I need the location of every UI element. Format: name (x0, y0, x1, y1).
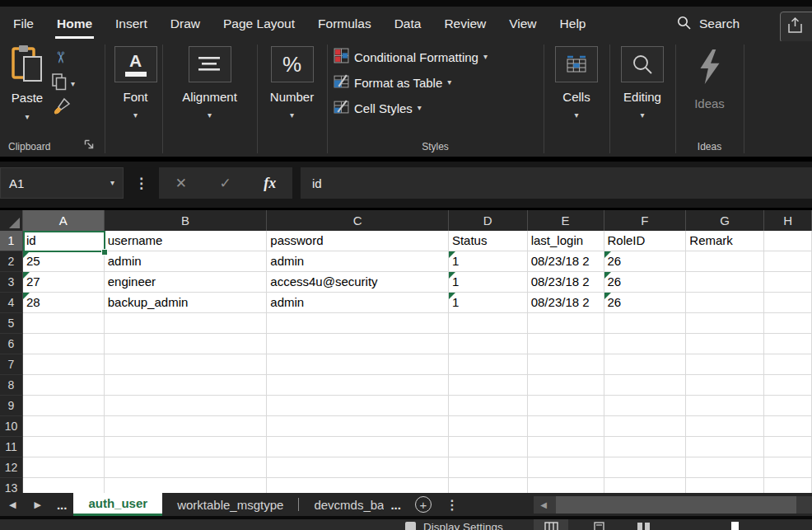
cell-E4[interactable]: 08/23/18 2 (528, 293, 604, 313)
cell-C9[interactable] (267, 396, 449, 416)
cell-D8[interactable] (449, 375, 528, 396)
row-header-9[interactable]: 9 (0, 396, 23, 416)
cell-A7[interactable] (23, 354, 105, 375)
cell-H9[interactable] (764, 396, 812, 416)
cell-G4[interactable] (686, 293, 764, 313)
alignment-dropdown-caret-icon[interactable]: ▾ (208, 111, 212, 120)
view-page-break-icon[interactable] (626, 519, 660, 530)
column-header-D[interactable]: D (449, 210, 528, 231)
cell-C4[interactable]: admin (267, 293, 449, 313)
cell-E8[interactable] (528, 375, 604, 396)
cell-G8[interactable] (686, 375, 764, 396)
row-header-7[interactable]: 7 (0, 354, 23, 375)
cell-G3[interactable] (686, 272, 764, 293)
cell-E3[interactable]: 08/23/18 2 (528, 272, 604, 293)
cell-F11[interactable] (604, 437, 687, 457)
select-all-corner[interactable] (0, 210, 23, 231)
horizontal-scrollbar[interactable]: ◀ (534, 496, 812, 514)
row-header-12[interactable]: 12 (0, 457, 23, 478)
cell-H7[interactable] (764, 354, 812, 375)
cell-C3[interactable]: access4u@security (267, 272, 449, 293)
cell-G7[interactable] (686, 354, 764, 375)
cell-D2[interactable]: 1 (449, 251, 528, 272)
sheet-tab-devcmds[interactable]: devcmds_ba (299, 493, 384, 516)
cell-G6[interactable] (686, 334, 764, 354)
cell-H5[interactable] (764, 313, 812, 334)
cell-D12[interactable] (449, 457, 528, 478)
menu-home[interactable]: Home (45, 7, 104, 41)
cell-A9[interactable] (23, 396, 105, 416)
column-header-B[interactable]: B (105, 210, 268, 231)
conditional-formatting-button[interactable]: Conditional Formatting ▾ (334, 48, 488, 66)
cell-C10[interactable] (267, 416, 449, 437)
cell-E7[interactable] (528, 354, 604, 375)
cell-D11[interactable] (449, 437, 528, 457)
cell-H10[interactable] (764, 416, 812, 437)
cell-B3[interactable]: engineer (105, 272, 268, 293)
cell-D1[interactable]: Status (449, 231, 528, 251)
cell-F4[interactable]: 26 (604, 293, 687, 313)
cell-styles-button[interactable]: Cell Styles ▾ (334, 99, 422, 117)
cell-H12[interactable] (764, 457, 812, 478)
sheet-nav-right-icon[interactable]: ▶ (25, 493, 49, 516)
cell-D10[interactable] (449, 416, 528, 437)
row-header-2[interactable]: 2 (0, 251, 23, 272)
cell-F5[interactable] (604, 313, 687, 334)
cell-H3[interactable] (764, 272, 812, 293)
row-header-6[interactable]: 6 (0, 334, 23, 354)
sheet-tabs-overflow-right[interactable]: ... (384, 493, 408, 516)
editing-dropdown-caret-icon[interactable]: ▾ (640, 111, 644, 120)
scrollbar-thumb[interactable] (556, 496, 796, 514)
cell-B10[interactable] (105, 416, 268, 437)
cell-B2[interactable]: admin (105, 251, 268, 272)
cell-A12[interactable] (23, 457, 105, 478)
cell-F2[interactable]: 26 (604, 251, 687, 272)
row-header-8[interactable]: 8 (0, 375, 23, 396)
cell-H8[interactable] (764, 375, 812, 396)
cell-D4[interactable]: 1 (449, 293, 528, 313)
paste-dropdown-caret-icon[interactable]: ▾ (25, 113, 29, 121)
cell-C12[interactable] (267, 457, 449, 478)
editing-group-button[interactable]: Editing ▾ (609, 46, 675, 120)
row-header-10[interactable]: 10 (0, 416, 23, 437)
column-header-E[interactable]: E (528, 210, 604, 231)
cell-A8[interactable] (23, 375, 105, 396)
menu-help[interactable]: Help (548, 7, 598, 41)
cell-A11[interactable] (23, 437, 105, 457)
cell-B4[interactable]: backup_admin (105, 293, 268, 313)
display-settings-label[interactable]: Display Settings (423, 521, 503, 530)
sheet-tab-auth-user[interactable]: auth_user (73, 493, 162, 516)
cell-G12[interactable] (686, 457, 764, 478)
menu-formulas[interactable]: Formulas (306, 7, 383, 41)
cell-C5[interactable] (267, 313, 449, 334)
cell-E12[interactable] (528, 457, 604, 478)
cell-C11[interactable] (267, 437, 449, 457)
cell-D3[interactable]: 1 (449, 272, 528, 293)
cell-G5[interactable] (686, 313, 764, 334)
cell-G11[interactable] (686, 437, 764, 457)
cancel-icon[interactable]: ✕ (175, 175, 187, 192)
number-dropdown-caret-icon[interactable]: ▾ (290, 111, 294, 120)
clipboard-dialog-launcher-icon[interactable] (84, 138, 94, 152)
menu-data[interactable]: Data (383, 7, 433, 41)
cell-E9[interactable] (528, 396, 604, 416)
cell-G9[interactable] (686, 396, 764, 416)
cell-A3[interactable]: 27 (23, 272, 105, 293)
cell-F12[interactable] (604, 457, 687, 478)
format-as-table-button[interactable]: Format as Table ▾ (334, 73, 451, 91)
column-header-G[interactable]: G (686, 210, 764, 231)
cell-E10[interactable] (528, 416, 604, 437)
row-header-4[interactable]: 4 (0, 293, 23, 313)
cell-B7[interactable] (105, 354, 268, 375)
sheet-tabs-overflow-left[interactable]: ... (50, 493, 74, 516)
menu-review[interactable]: Review (432, 7, 497, 41)
insert-function-fx-icon[interactable]: fx (264, 175, 276, 192)
cell-G2[interactable] (686, 251, 764, 272)
cell-F3[interactable]: 26 (604, 272, 687, 293)
cell-D6[interactable] (449, 334, 528, 354)
row-header-11[interactable]: 11 (0, 437, 23, 457)
name-box-caret-icon[interactable]: ▾ (110, 179, 114, 187)
formula-bar-handle-dots-icon[interactable]: ⋮ (134, 167, 148, 199)
zoom-slider-handle[interactable] (731, 522, 739, 530)
cell-E11[interactable] (528, 437, 604, 457)
